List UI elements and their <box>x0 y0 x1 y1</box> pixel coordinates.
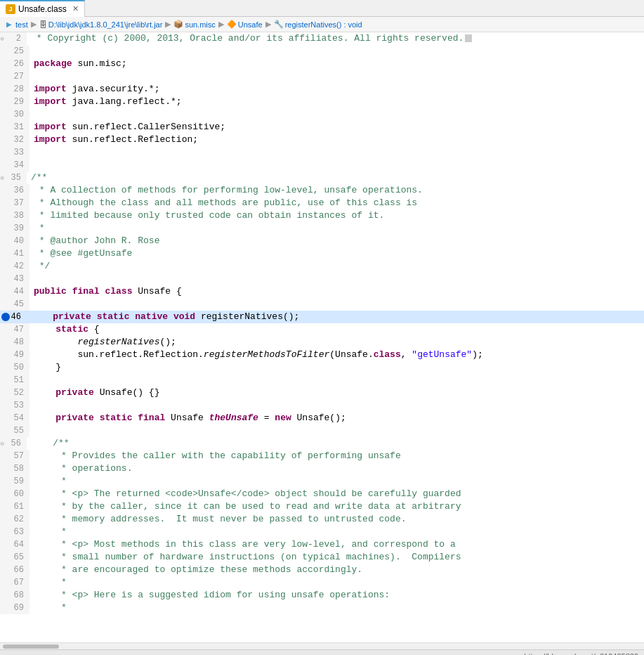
line-content[interactable] <box>29 273 644 285</box>
line-content[interactable]: * <p> Most methods in this class are ver… <box>29 538 644 551</box>
scrollbar-thumb[interactable] <box>3 644 59 649</box>
line-content[interactable]: * @author John R. Rose <box>29 235 644 247</box>
breadcrumb-test[interactable]: test <box>15 20 28 29</box>
line-row: 42 */ <box>0 260 644 273</box>
line-content[interactable]: * <p> The returned <code>Unsafe</code> o… <box>29 488 644 500</box>
code-container: ⊖ 2 * Copyright (c) 2000, 2013, Oracle a… <box>0 32 644 642</box>
line-content[interactable]: import sun.reflect.CallerSensitive; <box>29 121 644 134</box>
line-row: 33 <box>0 146 644 159</box>
line-content[interactable] <box>29 45 644 58</box>
line-content[interactable]: static { <box>29 323 644 336</box>
line-content[interactable] <box>29 70 644 83</box>
line-row: 59 * <box>0 475 644 488</box>
line-content[interactable]: * A collection of methods for performing… <box>29 184 644 197</box>
line-content[interactable]: * <p> Here is a suggested idiom for usin… <box>29 589 644 602</box>
line-row: 41 * @see #getUnsafe <box>0 247 644 260</box>
line-content[interactable]: * are encouraged to optimize these metho… <box>29 564 644 576</box>
line-content[interactable]: * <box>29 526 644 538</box>
line-row: 31 import sun.reflect.CallerSensitive; <box>0 121 644 134</box>
line-row: 34 <box>0 159 644 171</box>
line-number-2: ⊖ 2 <box>0 32 27 45</box>
line-row: 40 * @author John R. Rose <box>0 235 644 247</box>
line-content[interactable]: sun.reflect.Reflection.registerMethodsTo… <box>29 349 644 361</box>
line-row: 50 } <box>0 361 644 374</box>
breadcrumb-class-icon: 🔶 <box>227 20 237 29</box>
line-content[interactable]: private Unsafe() {} <box>29 387 644 399</box>
line-content[interactable]: * Provides the caller with the capabilit… <box>29 450 644 462</box>
line-content[interactable]: * limited because only trusted code can … <box>29 209 644 222</box>
line-content[interactable]: * Although the class and all methods are… <box>29 197 644 209</box>
line-row: 64 * <p> Most methods in this class are … <box>0 538 644 551</box>
tab-close-button[interactable]: ✕ <box>72 4 79 13</box>
line-content-active[interactable]: private static native void registerNativ… <box>27 311 644 323</box>
line-row: 30 <box>0 108 644 121</box>
breadcrumb-bar: ▶ test ▶ 🗄 D:\lib\jdk\jdk1.8.0_241\jre\l… <box>0 17 644 32</box>
breadcrumb-method-icon: 🔧 <box>274 20 284 29</box>
line-row: 28 import java.security.*; <box>0 83 644 96</box>
line-content[interactable]: /** <box>27 171 644 184</box>
breakpoint-indicator <box>1 313 10 321</box>
line-content[interactable]: import sun.reflect.Reflection; <box>29 134 644 146</box>
line-content[interactable] <box>29 298 644 311</box>
line-row: 47 static { <box>0 323 644 336</box>
line-number-29: 29 <box>0 96 29 108</box>
line-row: 36 * A collection of methods for perform… <box>0 184 644 197</box>
line-content[interactable] <box>29 424 644 437</box>
line-row: 53 <box>0 399 644 412</box>
line-content[interactable] <box>29 399 644 412</box>
line-content[interactable]: * operations. <box>29 462 644 475</box>
line-content[interactable]: import java.security.*; <box>29 83 644 96</box>
line-row: 45 <box>0 298 644 311</box>
breadcrumb-jar[interactable]: D:\lib\jdk\jdk1.8.0_241\jre\lib\rt.jar <box>48 20 163 29</box>
line-row: 63 * <box>0 526 644 538</box>
line-content[interactable]: private static final Unsafe theUnsafe = … <box>29 412 644 424</box>
breadcrumb-package[interactable]: sun.misc <box>185 20 215 29</box>
line-content[interactable]: package sun.misc; <box>29 58 644 70</box>
line-content[interactable]: * small number of hardware instructions … <box>29 551 644 564</box>
line-row: 38 * limited because only trusted code c… <box>0 209 644 222</box>
tab-bar: J Unsafe.class ✕ <box>0 0 644 17</box>
line-content[interactable]: * @see #getUnsafe <box>29 247 644 260</box>
line-content[interactable]: /** <box>27 437 644 450</box>
code-editor: ⊖ 2 * Copyright (c) 2000, 2013, Oracle a… <box>0 32 644 642</box>
line-content[interactable] <box>29 374 644 387</box>
line-row: 27 <box>0 70 644 83</box>
breadcrumb-class[interactable]: Unsafe <box>238 20 263 29</box>
line-row: 60 * <p> The returned <code>Unsafe</code… <box>0 488 644 500</box>
line-row: 37 * Although the class and all methods … <box>0 197 644 209</box>
line-content[interactable]: * memory addresses. It must never be pas… <box>29 513 644 526</box>
line-content[interactable]: public final class Unsafe { <box>29 285 644 298</box>
line-row: 52 private Unsafe() {} <box>0 387 644 399</box>
line-content[interactable]: * <box>29 475 644 488</box>
line-number-25: 25 <box>0 45 29 58</box>
status-url: https://blog.csdn.net/u010425839 <box>524 652 638 656</box>
run-icon: ▶ <box>4 20 14 30</box>
unsafe-class-tab[interactable]: J Unsafe.class ✕ <box>0 0 85 17</box>
line-content[interactable]: registerNatives(); <box>29 336 644 349</box>
line-row: 58 * operations. <box>0 462 644 475</box>
line-content[interactable] <box>29 108 644 121</box>
line-row: 68 * <p> Here is a suggested idiom for u… <box>0 589 644 602</box>
line-content[interactable] <box>29 146 644 159</box>
line-row: ⊖ 56 /** <box>0 437 644 450</box>
line-content[interactable]: * by the caller, since it can be used to… <box>29 500 644 513</box>
line-row-active: 46 private static native void registerNa… <box>0 311 644 323</box>
line-content[interactable] <box>29 159 644 171</box>
line-row: ⊖ 2 * Copyright (c) 2000, 2013, Oracle a… <box>0 32 644 45</box>
line-row: ⊖ 35 /** <box>0 171 644 184</box>
breadcrumb-method[interactable]: registerNatives() : void <box>285 20 362 29</box>
line-row: 65 * small number of hardware instructio… <box>0 551 644 564</box>
line-row: 44 public final class Unsafe { <box>0 285 644 298</box>
line-content[interactable]: * <box>29 576 644 589</box>
line-content[interactable]: * <box>29 602 644 614</box>
line-content[interactable]: } <box>29 361 644 374</box>
tab-label: Unsafe.class <box>18 4 67 14</box>
line-row: 67 * <box>0 576 644 589</box>
line-row: 66 * are encouraged to optimize these me… <box>0 564 644 576</box>
line-content[interactable]: import java.lang.reflect.*; <box>29 96 644 108</box>
horizontal-scrollbar[interactable] <box>0 642 644 649</box>
line-content[interactable]: */ <box>29 260 644 273</box>
line-content[interactable]: * <box>29 222 644 235</box>
line-row: 32 import sun.reflect.Reflection; <box>0 134 644 146</box>
line-content[interactable]: * Copyright (c) 2000, 2013, Oracle and/o… <box>27 32 644 45</box>
